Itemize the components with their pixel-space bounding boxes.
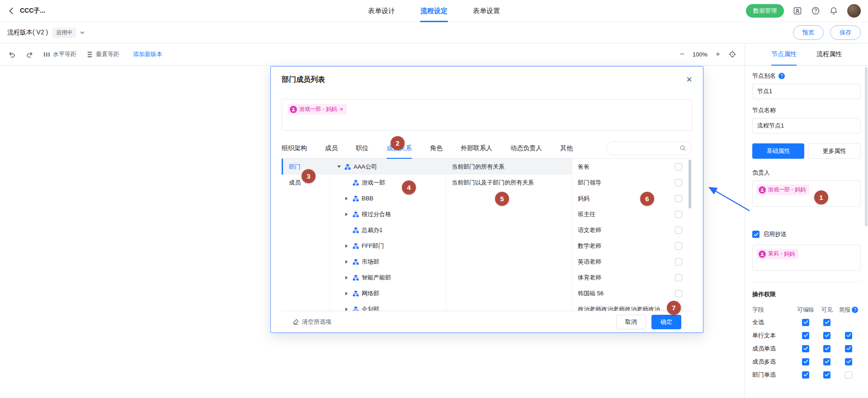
vertical-spacing-button[interactable]: 垂直等距	[86, 50, 119, 58]
redo-icon[interactable]	[26, 51, 33, 58]
member-checkbox[interactable]	[675, 211, 682, 218]
member-checkbox[interactable]	[675, 242, 682, 250]
editable-checkbox[interactable]	[802, 358, 809, 365]
node-name-input[interactable]	[752, 118, 861, 133]
expand-icon[interactable]	[345, 213, 350, 216]
member-list-scrollbar[interactable]	[689, 160, 691, 208]
expand-icon[interactable]	[345, 244, 350, 248]
chevron-down-icon[interactable]	[80, 30, 85, 35]
collapse-icon[interactable]	[337, 166, 342, 168]
owner-select-area[interactable]: 游戏一部 - 妈妈	[752, 180, 861, 207]
editable-checkbox[interactable]	[802, 371, 809, 379]
horizontal-spacing-button[interactable]: 水平等距	[43, 50, 76, 58]
brief-checkbox[interactable]	[845, 332, 852, 339]
basic-properties-button[interactable]: 基础属性	[752, 143, 804, 159]
member-checkbox[interactable]	[675, 179, 682, 186]
enable-cc-checkbox[interactable]	[752, 231, 760, 238]
relation-item[interactable]: 当前部门以及子部门的所有关系	[446, 175, 572, 190]
visible-checkbox[interactable]	[823, 319, 830, 326]
tree-node-label[interactable]: FFF部门	[362, 242, 384, 250]
member-checkbox[interactable]	[675, 258, 682, 265]
visible-checkbox[interactable]	[823, 358, 830, 365]
tab-roles[interactable]: 角色	[430, 138, 443, 158]
cc-select-area[interactable]: 茉莉 - 妈妈	[752, 245, 861, 271]
member-checkbox[interactable]	[675, 163, 682, 171]
save-button[interactable]: 保存	[830, 25, 861, 40]
tab-other[interactable]: 其他	[560, 138, 573, 158]
tab-flow-setting[interactable]: 流程设定	[420, 0, 448, 22]
node-alias-input[interactable]	[752, 84, 861, 99]
zoom-in-button[interactable]: +	[716, 50, 720, 59]
undo-icon[interactable]	[8, 51, 16, 58]
tree-node: AAA公司	[330, 159, 446, 175]
help-icon[interactable]: ?	[778, 73, 785, 79]
tab-positions[interactable]: 职位	[356, 138, 368, 158]
tab-members[interactable]: 成员	[325, 138, 338, 158]
expand-icon[interactable]	[345, 260, 350, 264]
tree-node-label[interactable]: 市场部	[362, 258, 379, 266]
help-icon[interactable]	[811, 6, 820, 15]
visible-checkbox[interactable]	[823, 332, 830, 339]
member-checkbox[interactable]	[675, 195, 682, 202]
confirm-button[interactable]: 确定	[651, 315, 681, 329]
tree-node-label[interactable]: 智能产能部	[362, 274, 391, 282]
tree-node-label[interactable]: 很过分合格	[362, 210, 391, 218]
avatar[interactable]	[847, 4, 861, 18]
tab-external-contacts[interactable]: 外部联系人	[461, 138, 492, 158]
visible-checkbox[interactable]	[823, 345, 830, 352]
tab-flow-properties[interactable]: 流程属性	[816, 43, 842, 65]
tree-node-label[interactable]: 企划部	[362, 305, 379, 311]
panel-scrollbar[interactable]	[865, 67, 868, 226]
owner-tag[interactable]: 游戏一部 - 妈妈	[756, 185, 809, 195]
search-input[interactable]	[612, 145, 677, 152]
tab-org-structure[interactable]: 组织架构	[282, 138, 307, 158]
tree-node-label[interactable]: 网络部	[362, 289, 379, 298]
visible-checkbox[interactable]	[823, 371, 830, 379]
cancel-button[interactable]: 取消	[616, 315, 646, 329]
add-version-button[interactable]: 添加新版本	[133, 50, 162, 58]
zoom-out-button[interactable]: −	[680, 50, 684, 59]
editable-checkbox[interactable]	[802, 345, 809, 352]
back-icon[interactable]	[7, 7, 15, 15]
tree-node-label[interactable]: BBB	[362, 195, 373, 202]
clear-selection-button[interactable]: 清空所选项	[292, 318, 331, 326]
tab-form-settings[interactable]: 表单设置	[473, 0, 500, 22]
selected-members-box[interactable]: 游戏一部 - 妈妈 ×	[282, 99, 692, 131]
preview-button[interactable]: 预览	[793, 25, 824, 40]
department-tree: AAA公司 游戏一部 BBB 很过分合格	[330, 159, 446, 311]
more-properties-button[interactable]: 更多属性	[808, 143, 861, 159]
member-checkbox[interactable]	[675, 290, 682, 297]
person-icon	[290, 106, 297, 113]
expand-icon[interactable]	[345, 292, 350, 295]
editable-checkbox[interactable]	[802, 332, 809, 339]
member-label: 爸爸	[578, 163, 670, 171]
list-item: 数学老师	[572, 238, 692, 254]
locate-icon[interactable]	[728, 50, 736, 58]
brief-checkbox[interactable]	[845, 345, 852, 352]
close-icon[interactable]: ×	[686, 75, 692, 85]
member-checkbox[interactable]	[675, 227, 682, 234]
tree-node-label[interactable]: 总裁办1	[362, 226, 382, 234]
relation-item[interactable]: 当前部门的所有关系	[446, 159, 572, 175]
expand-icon[interactable]	[345, 308, 350, 311]
tab-node-properties[interactable]: 节点属性	[771, 43, 797, 65]
remove-tag-icon[interactable]: ×	[340, 106, 344, 112]
tree-node-label[interactable]: AAA公司	[354, 163, 377, 171]
member-checkbox[interactable]	[675, 274, 682, 281]
help-icon[interactable]: ?	[852, 307, 858, 313]
brief-checkbox[interactable]	[845, 371, 852, 379]
expand-icon[interactable]	[345, 276, 350, 280]
expand-icon[interactable]	[345, 197, 350, 200]
tab-form-design[interactable]: 表单设计	[368, 0, 395, 22]
tab-dynamic-owner[interactable]: 动态负责人	[510, 138, 542, 158]
selected-member-tag[interactable]: 游戏一部 - 妈妈 ×	[288, 104, 347, 114]
user-card-icon[interactable]	[793, 6, 802, 15]
tree-node-label[interactable]: 游戏一部	[362, 179, 385, 187]
brief-checkbox[interactable]	[845, 358, 852, 365]
divider	[752, 282, 861, 282]
editable-checkbox[interactable]	[802, 319, 809, 326]
bell-icon[interactable]	[829, 6, 838, 15]
cc-tag[interactable]: 茉莉 - 妈妈	[756, 249, 798, 259]
data-manage-button[interactable]: 数据管理	[746, 4, 784, 18]
search-icon[interactable]	[679, 145, 686, 152]
